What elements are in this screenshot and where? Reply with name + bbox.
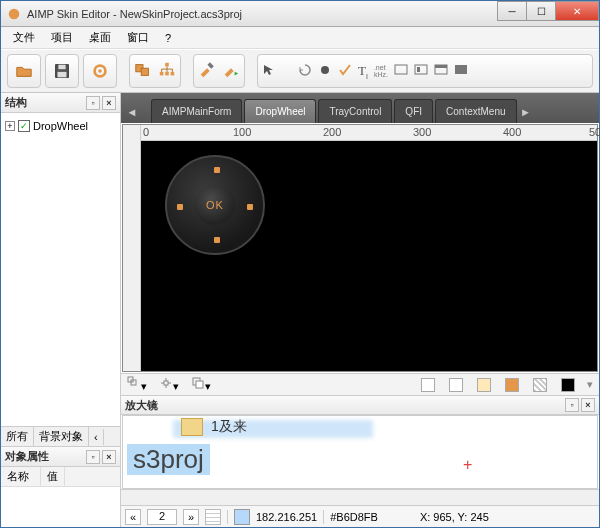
wheel-down-icon[interactable] bbox=[214, 237, 220, 243]
svg-point-13 bbox=[321, 66, 329, 74]
menu-window[interactable]: 窗口 bbox=[119, 28, 157, 47]
prop-col-value[interactable]: 值 bbox=[41, 467, 65, 486]
copy-icon[interactable]: ▾ bbox=[191, 376, 211, 393]
opt-box-2[interactable] bbox=[449, 378, 463, 392]
svg-rect-12 bbox=[207, 62, 213, 68]
window-title: AIMP Skin Editor - NewSkinProject.acs3pr… bbox=[27, 8, 498, 20]
save-button[interactable] bbox=[45, 54, 79, 88]
open-button[interactable] bbox=[7, 54, 41, 88]
tab-traycontrol[interactable]: TrayControl bbox=[318, 99, 392, 123]
zoom-level[interactable]: 2 bbox=[147, 509, 177, 525]
app-window: AIMP Skin Editor - NewSkinProject.acs3pr… bbox=[0, 0, 600, 528]
settings-button[interactable] bbox=[83, 54, 117, 88]
svg-rect-15 bbox=[415, 65, 427, 74]
hierarchy-icon[interactable] bbox=[158, 61, 176, 81]
screen1-icon[interactable] bbox=[394, 63, 408, 79]
statusbar: « 2 » 182.216.251 #B6D8FB X: 965, Y: 245 bbox=[121, 505, 599, 527]
magnifier-sample-text: s3proj bbox=[127, 444, 210, 475]
element-tabstrip: ◄ AIMPMainForm DropWheel TrayControl QFI… bbox=[121, 93, 599, 123]
menu-file[interactable]: 文件 bbox=[5, 28, 43, 47]
wheel-left-icon[interactable] bbox=[177, 204, 183, 210]
menu-project[interactable]: 项目 bbox=[43, 28, 81, 47]
opt-dropdown-icon[interactable]: ▾ bbox=[587, 378, 593, 391]
properties-title: 对象属性 bbox=[5, 449, 49, 464]
structure-header: 结构 ▫ × bbox=[1, 93, 120, 113]
dropwheel-element[interactable]: OK bbox=[165, 155, 265, 255]
structure-tabs: 所有 背景对象 ‹ bbox=[1, 426, 120, 446]
tab-bg-objects[interactable]: 背景对象 bbox=[34, 427, 89, 446]
svg-rect-16 bbox=[417, 67, 420, 72]
svg-point-5 bbox=[98, 69, 102, 73]
grid-toggle[interactable] bbox=[205, 509, 221, 525]
opt-box-3[interactable] bbox=[477, 378, 491, 392]
wheel-up-icon[interactable] bbox=[214, 167, 220, 173]
svg-rect-19 bbox=[455, 65, 467, 74]
tab-scroll-left[interactable]: ◄ bbox=[125, 101, 139, 123]
tab-scroll-right[interactable]: ► bbox=[519, 101, 533, 123]
opt-box-4[interactable] bbox=[505, 378, 519, 392]
panel-close-icon[interactable]: × bbox=[102, 96, 116, 110]
panel-menu-icon[interactable]: ▫ bbox=[565, 398, 579, 412]
tree-expand-icon[interactable]: + bbox=[5, 121, 15, 131]
folder-icon bbox=[181, 418, 203, 436]
text-icon[interactable]: TI bbox=[358, 63, 368, 80]
magnifier-header: 放大镜 ▫ × bbox=[121, 395, 599, 415]
status-hex: #B6D8FB bbox=[330, 511, 378, 523]
opt-box-1[interactable] bbox=[421, 378, 435, 392]
rotate-icon[interactable] bbox=[298, 63, 312, 79]
windows-icon[interactable] bbox=[134, 61, 152, 81]
color-swatch[interactable] bbox=[234, 509, 250, 525]
magnifier-title: 放大镜 bbox=[125, 398, 158, 413]
editor-area: ◄ AIMPMainForm DropWheel TrayControl QFI… bbox=[121, 93, 599, 527]
ruler-vertical bbox=[123, 125, 141, 371]
panel-close-icon[interactable]: × bbox=[581, 398, 595, 412]
menu-desktop[interactable]: 桌面 bbox=[81, 28, 119, 47]
status-coords: X: 965, Y: 245 bbox=[420, 511, 489, 523]
maximize-button[interactable]: ☐ bbox=[526, 1, 556, 21]
pointer-icon[interactable] bbox=[262, 63, 276, 79]
hammer-icon[interactable] bbox=[198, 61, 216, 81]
screen4-icon[interactable] bbox=[454, 63, 468, 79]
close-button[interactable]: ✕ bbox=[555, 1, 599, 21]
minimize-button[interactable]: ─ bbox=[497, 1, 527, 21]
tab-more[interactable]: ‹ bbox=[89, 429, 104, 445]
screen2-icon[interactable] bbox=[414, 63, 428, 79]
tab-all[interactable]: 所有 bbox=[1, 427, 34, 446]
prop-col-name[interactable]: 名称 bbox=[1, 467, 41, 486]
magnifier-scrollbar[interactable] bbox=[121, 489, 599, 505]
svg-rect-11 bbox=[171, 72, 175, 76]
structure-tree[interactable]: + ✓ DropWheel bbox=[1, 113, 120, 426]
zoom-in-button[interactable]: » bbox=[183, 509, 199, 525]
status-rgb: 182.216.251 bbox=[256, 511, 317, 523]
svg-rect-8 bbox=[165, 63, 169, 67]
magnifier-view[interactable]: 1及来 s3proj + bbox=[122, 415, 598, 489]
record-icon[interactable] bbox=[318, 63, 332, 79]
hammer-run-icon[interactable] bbox=[222, 61, 240, 81]
opt-box-6[interactable] bbox=[561, 378, 575, 392]
panel-menu-icon[interactable]: ▫ bbox=[86, 450, 100, 464]
zoom-out-button[interactable]: « bbox=[125, 509, 141, 525]
align-icon[interactable]: ▾ bbox=[127, 376, 147, 393]
opt-box-5[interactable] bbox=[533, 378, 547, 392]
net-khz-icon[interactable]: .netkHz. bbox=[374, 64, 388, 78]
panel-close-icon[interactable]: × bbox=[102, 450, 116, 464]
svg-rect-3 bbox=[58, 72, 67, 77]
tree-checkbox[interactable]: ✓ bbox=[18, 120, 30, 132]
wheel-ok-button[interactable]: OK bbox=[195, 185, 235, 225]
tab-contextmenu[interactable]: ContextMenu bbox=[435, 99, 516, 123]
snap-icon[interactable]: ▾ bbox=[159, 376, 179, 393]
tab-dropwheel[interactable]: DropWheel bbox=[244, 99, 316, 123]
wheel-right-icon[interactable] bbox=[247, 204, 253, 210]
check-icon[interactable] bbox=[338, 63, 352, 79]
menu-help[interactable]: ? bbox=[157, 30, 179, 46]
tab-qfi[interactable]: QFI bbox=[394, 99, 433, 123]
svg-rect-9 bbox=[160, 72, 164, 76]
properties-grid[interactable]: 名称 值 bbox=[1, 467, 120, 527]
screen3-icon[interactable] bbox=[434, 63, 448, 79]
tree-item-root[interactable]: + ✓ DropWheel bbox=[5, 117, 116, 135]
titlebar[interactable]: AIMP Skin Editor - NewSkinProject.acs3pr… bbox=[1, 1, 599, 27]
panel-menu-icon[interactable]: ▫ bbox=[86, 96, 100, 110]
svg-point-0 bbox=[9, 8, 20, 19]
design-canvas[interactable]: OK bbox=[141, 141, 597, 371]
tab-aimpmainform[interactable]: AIMPMainForm bbox=[151, 99, 242, 123]
